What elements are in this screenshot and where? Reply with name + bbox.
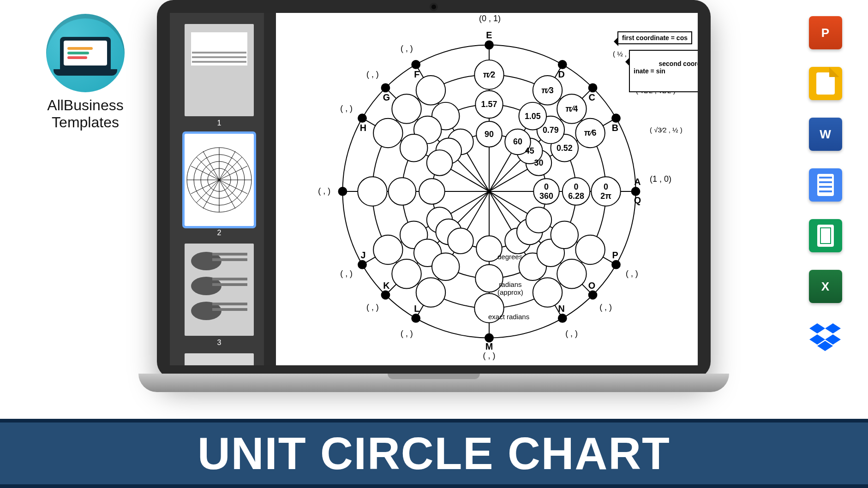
thumbnail-4[interactable] bbox=[185, 353, 254, 365]
svg-point-100 bbox=[612, 261, 620, 269]
coord-right: (1 , 0) bbox=[650, 174, 671, 184]
note-cos: first coordinate = cos bbox=[617, 31, 692, 44]
svg-text:J: J bbox=[360, 250, 365, 260]
brand-laptop-icon bbox=[60, 37, 111, 69]
svg-text:0: 0 bbox=[544, 182, 549, 191]
brand-block: AllBusiness Templates bbox=[35, 14, 136, 131]
svg-text:(  ,  ): ( , ) bbox=[626, 269, 638, 278]
svg-text:90: 90 bbox=[485, 130, 494, 139]
note-sin: second coord- inate = sin bbox=[629, 50, 698, 92]
svg-text:Q: Q bbox=[634, 195, 641, 205]
svg-point-98 bbox=[558, 314, 567, 322]
svg-text:(  ,  ): ( , ) bbox=[366, 303, 379, 312]
unit-circle-diagram: ABCDEF( , )G( , )H( , )I( , )J( , )K( , … bbox=[281, 13, 698, 365]
svg-text:2π: 2π bbox=[600, 191, 611, 201]
svg-point-83 bbox=[551, 221, 579, 249]
brand-line2: Templates bbox=[52, 114, 119, 131]
svg-text:M: M bbox=[485, 341, 493, 351]
laptop-bezel: 1 2 3 bbox=[157, 0, 711, 378]
svg-text:A: A bbox=[634, 177, 641, 187]
ring-label-degrees: degrees bbox=[497, 253, 522, 261]
svg-point-60 bbox=[373, 119, 403, 148]
svg-point-88 bbox=[558, 60, 567, 69]
svg-point-69 bbox=[392, 259, 421, 289]
svg-text:I: I bbox=[340, 186, 342, 196]
coord-B: ( √3⁄2 , ½ ) bbox=[650, 126, 682, 134]
svg-point-59 bbox=[400, 134, 428, 162]
svg-text:60: 60 bbox=[513, 137, 522, 146]
svg-point-78 bbox=[533, 278, 563, 307]
svg-text:π⁄4: π⁄4 bbox=[566, 104, 578, 113]
page-canvas[interactable]: ABCDEF( , )G( , )H( , )I( , )J( , )K( , … bbox=[276, 13, 698, 365]
thumbnail-2[interactable] bbox=[185, 134, 254, 226]
export-apps-column: P W X bbox=[803, 16, 847, 354]
ring-label-rad-approx: radians (approx) bbox=[497, 280, 523, 296]
rail-scrollbar[interactable] bbox=[264, 13, 276, 365]
word-icon[interactable]: W bbox=[809, 118, 842, 151]
svg-point-82 bbox=[526, 207, 552, 233]
banner-title: UNIT CIRCLE CHART bbox=[198, 431, 670, 476]
svg-text:0: 0 bbox=[604, 182, 608, 191]
svg-point-63 bbox=[358, 177, 387, 206]
svg-text:45: 45 bbox=[525, 146, 534, 155]
ring-label-rad-exact: exact radians bbox=[488, 313, 529, 321]
svg-text:O: O bbox=[588, 280, 595, 291]
svg-text:(  ,  ): ( , ) bbox=[401, 44, 413, 53]
svg-point-71 bbox=[432, 253, 460, 280]
svg-text:E: E bbox=[486, 30, 492, 40]
svg-point-96 bbox=[412, 314, 420, 322]
brand-name: AllBusiness Templates bbox=[35, 97, 136, 131]
thumbnail-2-preview bbox=[185, 134, 254, 226]
svg-text:B: B bbox=[612, 123, 618, 133]
svg-point-89 bbox=[485, 41, 493, 49]
svg-text:π⁄2: π⁄2 bbox=[483, 70, 496, 79]
google-docs-icon[interactable] bbox=[809, 168, 842, 202]
svg-point-66 bbox=[373, 235, 403, 265]
svg-text:P: P bbox=[612, 250, 618, 260]
svg-text:0.52: 0.52 bbox=[557, 143, 573, 153]
svg-text:N: N bbox=[558, 304, 565, 314]
laptop-base bbox=[138, 374, 729, 392]
svg-point-91 bbox=[382, 83, 390, 92]
camera-icon bbox=[431, 5, 436, 9]
svg-text:6.28: 6.28 bbox=[568, 191, 584, 201]
thumbnail-2-number: 2 bbox=[176, 229, 262, 237]
laptop-mockup: 1 2 3 bbox=[138, 0, 729, 406]
svg-text:K: K bbox=[383, 280, 390, 291]
svg-text:H: H bbox=[360, 123, 366, 133]
svg-text:30: 30 bbox=[534, 158, 543, 167]
svg-point-94 bbox=[358, 261, 366, 269]
svg-text:(  ,  ): ( , ) bbox=[318, 186, 330, 196]
svg-text:(  ,  ): ( , ) bbox=[401, 329, 413, 338]
svg-point-58 bbox=[427, 150, 453, 176]
laptop-screen: 1 2 3 bbox=[170, 13, 698, 365]
thumbnail-3-number: 3 bbox=[176, 339, 262, 347]
thumbnail-3[interactable] bbox=[185, 244, 254, 336]
thumbnail-rail[interactable]: 1 2 3 bbox=[170, 13, 276, 365]
dropbox-icon[interactable] bbox=[809, 321, 842, 354]
brand-line1: AllBusiness bbox=[47, 97, 123, 113]
svg-text:π⁄6: π⁄6 bbox=[584, 128, 597, 137]
powerpoint-icon[interactable]: P bbox=[809, 16, 842, 49]
svg-point-95 bbox=[382, 291, 390, 299]
google-sheets-icon[interactable] bbox=[809, 219, 842, 252]
svg-point-92 bbox=[358, 114, 366, 122]
google-slides-icon[interactable] bbox=[809, 67, 842, 100]
svg-point-62 bbox=[389, 178, 416, 205]
thumbnail-1-number: 1 bbox=[176, 119, 262, 127]
svg-text:π⁄3: π⁄3 bbox=[541, 86, 554, 95]
svg-text:(  ,  ): ( , ) bbox=[483, 351, 496, 360]
svg-point-87 bbox=[589, 83, 597, 92]
svg-point-81 bbox=[557, 259, 587, 289]
excel-icon[interactable]: X bbox=[809, 270, 842, 303]
svg-point-84 bbox=[575, 235, 605, 265]
svg-marker-0 bbox=[809, 323, 825, 333]
thumbnail-1[interactable] bbox=[185, 24, 254, 116]
svg-text:C: C bbox=[588, 92, 595, 102]
svg-text:D: D bbox=[558, 69, 565, 79]
svg-point-57 bbox=[392, 94, 421, 124]
svg-point-99 bbox=[589, 291, 597, 299]
svg-point-97 bbox=[485, 334, 493, 342]
svg-text:1.57: 1.57 bbox=[481, 100, 497, 109]
svg-text:G: G bbox=[383, 92, 390, 102]
